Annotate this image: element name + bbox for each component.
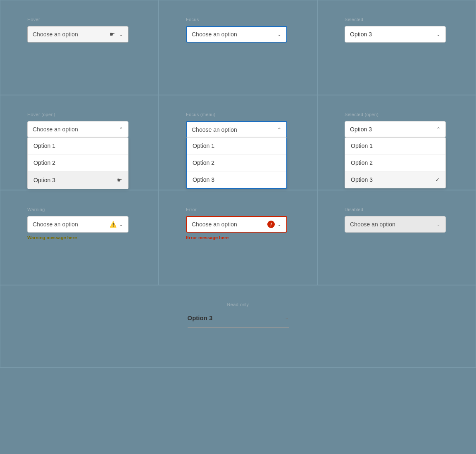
cell-hover-open: Hover (open) Choose an option ⌃ Option 1… bbox=[0, 95, 159, 190]
select-text-selected-open: Option 3 bbox=[350, 126, 436, 133]
item-label: Option 3 bbox=[33, 177, 55, 183]
cell-readonly: Read-only Option 3 ⌄ bbox=[0, 285, 476, 368]
label-focus-open: Focus (menu) bbox=[186, 112, 215, 117]
select-text-hover: Choose an option bbox=[33, 31, 109, 38]
chevron-hover: ⌄ bbox=[119, 31, 123, 37]
select-box-hover-open[interactable]: Choose an option ⌃ bbox=[27, 121, 129, 138]
select-box-selected[interactable]: Option 3 ⌄ bbox=[345, 26, 446, 43]
select-box-selected-open[interactable]: Option 3 ⌃ bbox=[345, 121, 446, 138]
select-icons-disabled: ⌄ bbox=[436, 221, 440, 227]
chevron-selected-open: ⌃ bbox=[436, 126, 440, 132]
select-text-focus-open: Choose an option bbox=[192, 126, 277, 133]
select-hover[interactable]: Choose an option ☛ ⌄ bbox=[27, 26, 129, 43]
select-selected-open[interactable]: Option 3 ⌃ Option 1 Option 2 Option 3 ✓ bbox=[345, 121, 446, 138]
check-icon-selected: ✓ bbox=[436, 177, 440, 183]
item-label: Option 2 bbox=[33, 159, 55, 166]
select-icons-selected: ⌄ bbox=[436, 31, 440, 37]
cell-error: Error Choose an option ! ⌄ Error message… bbox=[159, 190, 317, 285]
dropdown-item-2-focus-open[interactable]: Option 2 bbox=[187, 155, 286, 171]
dropdown-item-2-hover-open[interactable]: Option 2 bbox=[28, 155, 128, 171]
cell-warning: Warning Choose an option ⚠️ ⌄ Warning me… bbox=[0, 190, 159, 285]
select-box-focus[interactable]: Choose an option ⌄ bbox=[186, 26, 287, 43]
select-text-warning: Choose an option bbox=[33, 221, 109, 228]
cell-selected-open: Selected (open) Option 3 ⌃ Option 1 Opti… bbox=[317, 95, 476, 190]
label-disabled: Disabled bbox=[345, 207, 363, 212]
error-icon: ! bbox=[267, 221, 275, 228]
select-icons-hover: ☛ ⌄ bbox=[109, 31, 123, 38]
cell-hover: Hover Choose an option ☛ ⌄ bbox=[0, 0, 159, 95]
select-text-selected: Option 3 bbox=[350, 31, 436, 38]
chevron-error: ⌄ bbox=[277, 221, 281, 227]
chevron-disabled: ⌄ bbox=[436, 221, 440, 227]
dropdown-item-3-focus-open[interactable]: Option 3 bbox=[187, 171, 286, 188]
main-grid: Hover Choose an option ☛ ⌄ Focus Choose … bbox=[0, 0, 476, 368]
select-icons-hover-open: ⌃ bbox=[119, 126, 123, 132]
select-icons-focus-open: ⌃ bbox=[277, 127, 281, 133]
select-readonly[interactable]: Option 3 ⌄ bbox=[188, 311, 289, 328]
label-warning: Warning bbox=[27, 207, 45, 212]
chevron-focus-open: ⌃ bbox=[277, 127, 281, 133]
label-hover-open: Hover (open) bbox=[27, 112, 55, 117]
dropdown-focus-open: Option 1 Option 2 Option 3 bbox=[186, 138, 287, 189]
select-icons-warning: ⚠️ ⌄ bbox=[109, 221, 123, 228]
select-box-hover[interactable]: Choose an option ☛ ⌄ bbox=[27, 26, 129, 43]
select-focus[interactable]: Choose an option ⌄ bbox=[186, 26, 287, 43]
item-label: Option 1 bbox=[193, 143, 214, 149]
label-focus: Focus bbox=[186, 17, 199, 22]
select-hover-open[interactable]: Choose an option ⌃ Option 1 Option 2 Opt… bbox=[27, 121, 129, 138]
warning-message: Warning message here bbox=[27, 235, 77, 240]
select-box-warning[interactable]: Choose an option ⚠️ ⌄ bbox=[27, 216, 129, 233]
dropdown-item-3-selected-open[interactable]: Option 3 ✓ bbox=[345, 171, 445, 188]
select-box-readonly[interactable]: Option 3 ⌄ bbox=[188, 311, 289, 328]
select-icons-selected-open: ⌃ bbox=[436, 126, 440, 132]
item-label: Option 1 bbox=[33, 143, 55, 149]
dropdown-hover-open: Option 1 Option 2 Option 3 ☛ bbox=[27, 138, 129, 189]
label-hover: Hover bbox=[27, 17, 40, 22]
cell-focus: Focus Choose an option ⌄ bbox=[159, 0, 317, 95]
select-icons-readonly: ⌄ bbox=[285, 315, 289, 321]
cell-focus-open: Focus (menu) Choose an option ⌃ Option 1… bbox=[159, 95, 317, 190]
select-icons-error: ! ⌄ bbox=[267, 221, 281, 228]
label-selected: Selected bbox=[345, 17, 363, 22]
select-box-focus-open[interactable]: Choose an option ⌃ bbox=[186, 121, 287, 138]
chevron-selected: ⌄ bbox=[436, 31, 440, 37]
hand-icon-item: ☛ bbox=[117, 176, 122, 184]
warning-icon: ⚠️ bbox=[109, 221, 117, 228]
chevron-focus: ⌄ bbox=[277, 31, 281, 37]
select-disabled: Choose an option ⌄ bbox=[345, 216, 446, 233]
item-label: Option 1 bbox=[351, 143, 373, 149]
select-error[interactable]: Choose an option ! ⌄ bbox=[186, 216, 287, 233]
chevron-warning: ⌄ bbox=[119, 221, 123, 227]
cell-disabled: Disabled Choose an option ⌄ bbox=[317, 190, 476, 285]
select-box-disabled: Choose an option ⌄ bbox=[345, 216, 446, 233]
select-text-hover-open: Choose an option bbox=[33, 126, 119, 133]
select-box-error[interactable]: Choose an option ! ⌄ bbox=[186, 216, 287, 233]
select-warning[interactable]: Choose an option ⚠️ ⌄ bbox=[27, 216, 129, 233]
item-label: Option 2 bbox=[193, 159, 214, 166]
cell-selected: Selected Option 3 ⌄ bbox=[317, 0, 476, 95]
dropdown-item-1-focus-open[interactable]: Option 1 bbox=[187, 138, 286, 155]
item-label: Option 3 bbox=[193, 176, 214, 183]
select-focus-open[interactable]: Choose an option ⌃ Option 1 Option 2 Opt… bbox=[186, 121, 287, 138]
dropdown-item-1-hover-open[interactable]: Option 1 bbox=[28, 138, 128, 155]
dropdown-item-2-selected-open[interactable]: Option 2 bbox=[345, 155, 445, 171]
label-selected-open: Selected (open) bbox=[345, 112, 378, 117]
label-error: Error bbox=[186, 207, 197, 212]
select-text-disabled: Choose an option bbox=[350, 221, 436, 228]
error-message: Error message here bbox=[186, 235, 228, 240]
select-text-focus: Choose an option bbox=[192, 31, 277, 38]
hand-icon-hover: ☛ bbox=[109, 31, 115, 38]
select-text-readonly: Option 3 bbox=[188, 314, 285, 321]
dropdown-selected-open: Option 1 Option 2 Option 3 ✓ bbox=[345, 138, 446, 188]
item-label: Option 3 bbox=[351, 176, 373, 183]
select-selected[interactable]: Option 3 ⌄ bbox=[345, 26, 446, 43]
dropdown-item-3-hover-open[interactable]: Option 3 ☛ bbox=[28, 171, 128, 189]
dropdown-item-1-selected-open[interactable]: Option 1 bbox=[345, 138, 445, 155]
chevron-hover-open: ⌃ bbox=[119, 126, 123, 132]
item-label: Option 2 bbox=[351, 159, 373, 166]
label-readonly: Read-only bbox=[227, 302, 249, 307]
chevron-readonly: ⌄ bbox=[285, 315, 289, 321]
select-text-error: Choose an option bbox=[192, 221, 267, 228]
select-icons-focus: ⌄ bbox=[277, 31, 281, 37]
